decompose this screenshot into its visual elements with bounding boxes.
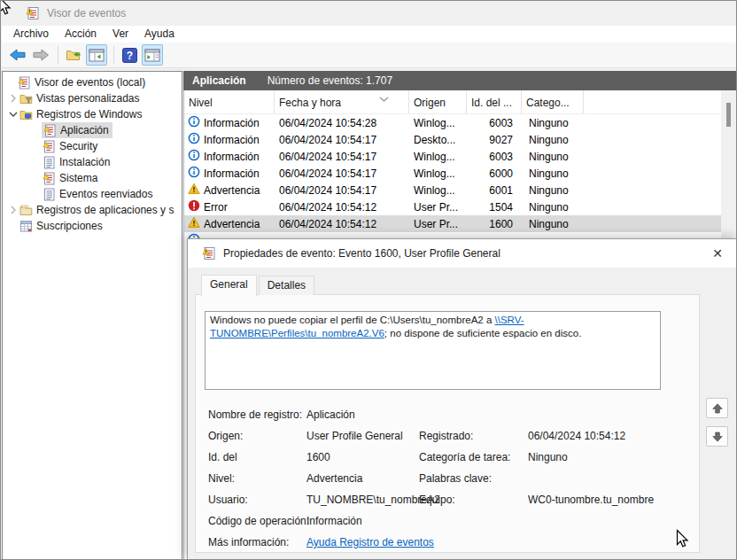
column-header-categoria[interactable]: Catego... (522, 90, 584, 113)
tree-item-vistas-personalizadas[interactable]: Vistas personalizadas (3, 90, 182, 106)
tree-item-sistema[interactable]: Sistema (3, 170, 182, 186)
log-name-value: Aplicación (306, 408, 355, 421)
info-icon (188, 166, 200, 181)
menu-archivo[interactable]: Archivo (5, 26, 57, 43)
column-header-fecha[interactable]: Fecha y hora (275, 90, 409, 113)
tree-item-instalacion[interactable]: Instalación (3, 154, 182, 170)
opcode-value: Información (306, 515, 362, 527)
computer-value: WC0-tunombre.tu_nombre (528, 494, 699, 506)
chevron-down-icon[interactable] (8, 109, 19, 120)
table-row[interactable]: Información 06/04/2024 10:54:17 Winlog..… (184, 148, 721, 165)
console-tree: Visor de eventos (local) Vistas personal… (2, 71, 182, 560)
more-info-label: Más información: (208, 536, 289, 548)
chevron-right-icon[interactable] (8, 93, 19, 104)
info-icon (188, 149, 200, 164)
warning-icon (188, 183, 200, 198)
task-category-label: Categoría de tarea: (419, 451, 510, 463)
logged-value: 06/04/2024 10:54:12 (528, 430, 699, 442)
tree-item-label: Sistema (59, 172, 97, 184)
subscriptions-icon (19, 219, 33, 233)
tree-item-label: Vistas personalizadas (36, 92, 140, 105)
back-button[interactable] (7, 44, 28, 66)
tree-item-label: Eventos reenviados (59, 188, 152, 200)
menu-accion[interactable]: Acción (57, 26, 105, 43)
column-header-origen[interactable]: Origen (409, 90, 467, 113)
event-description[interactable]: Windows no puede copiar el perfil de C:\… (205, 311, 661, 390)
app-services-folder-icon (19, 203, 33, 217)
keywords-label: Palabras clave: (419, 472, 492, 485)
tree-item-aplicacion[interactable]: Aplicación (3, 122, 182, 138)
tree-item-suscripciones[interactable]: Suscripciones (3, 218, 182, 234)
opcode-label: Código de operación: (208, 515, 309, 527)
dialog-title: Propiedades de evento: Evento 1600, User… (223, 239, 500, 268)
table-header: Nivel Fecha y hora Origen Id. del ... Ca… (184, 90, 737, 114)
close-icon[interactable] (710, 245, 725, 261)
info-icon (188, 115, 200, 130)
menu-ayuda[interactable]: Ayuda (136, 26, 182, 43)
application-log-icon (43, 123, 57, 137)
tree-item-label: Registros de aplicaciones y s (36, 204, 174, 216)
tab-detalles[interactable]: Detalles (259, 276, 314, 295)
tree-item-label: Aplicación (60, 124, 109, 136)
window-title: Visor de eventos (47, 1, 126, 26)
event-properties-icon (202, 246, 216, 264)
event-id-label: Id. del (208, 451, 237, 463)
tree-item-eventos-reenviados[interactable]: Eventos reenviados (3, 186, 182, 202)
forwarded-events-log-icon (42, 187, 56, 201)
scrollbar-thumb[interactable] (726, 103, 731, 127)
window-titlebar: Visor de eventos (1, 1, 736, 26)
source-label: Origen: (208, 430, 243, 442)
event-viewer-app-icon (26, 6, 40, 24)
tree-item-registros-de-windows[interactable]: Registros de Windows (3, 106, 182, 122)
tab-general[interactable]: General (201, 275, 257, 296)
tree-item-label: Suscripciones (36, 220, 103, 232)
error-icon (188, 199, 200, 214)
event-id-value: 1600 (306, 451, 330, 463)
show-action-pane-button[interactable] (142, 44, 163, 66)
logged-label: Registrado: (419, 430, 473, 442)
tree-item-label: Registros de Windows (36, 108, 142, 121)
dialog-tabs: General Detalles (201, 276, 314, 295)
toolbar: ? (2, 43, 736, 68)
selected-tree-item: Aplicación (42, 122, 112, 138)
source-value: User Profile General (306, 430, 403, 442)
level-label: Nivel: (208, 472, 235, 485)
event-log-help-link[interactable]: Ayuda Registro de eventos (306, 536, 434, 548)
log-name: Aplicación (192, 74, 246, 87)
show-console-tree-button[interactable] (86, 44, 107, 66)
sort-descending-icon (379, 92, 389, 105)
setup-log-icon (42, 155, 56, 169)
windows-logs-folder-icon (19, 107, 33, 121)
tree-item-security[interactable]: Security (3, 138, 182, 154)
next-event-button[interactable] (706, 426, 728, 447)
table-row[interactable]: Advertencia 06/04/2024 10:54:17 Winlog..… (184, 182, 721, 198)
previous-event-button[interactable] (706, 398, 728, 418)
tree-item-label: Security (59, 140, 97, 152)
info-icon (188, 132, 200, 147)
tree-item-root[interactable]: Visor de eventos (local) (3, 74, 182, 90)
event-count: Número de eventos: 1.707 (268, 74, 392, 87)
general-tab-page: Windows no puede copiar el perfil de C:\… (195, 294, 700, 553)
menu-ver[interactable]: Ver (105, 26, 136, 43)
dialog-titlebar: Propiedades de evento: Evento 1600, User… (188, 239, 737, 268)
level-value: Advertencia (306, 472, 362, 485)
forward-button[interactable] (30, 44, 51, 66)
column-header-id[interactable]: Id. del ... (467, 90, 522, 113)
table-row[interactable]: Información 06/04/2024 10:54:17 Winlog..… (184, 165, 721, 182)
custom-views-folder-icon (19, 91, 33, 105)
task-category-value: Ninguno (528, 451, 699, 463)
export-log-button[interactable] (63, 44, 84, 66)
svg-text:?: ? (126, 50, 132, 62)
computer-label: Equipo: (419, 494, 455, 506)
tree-item-registros-de-aplicaciones[interactable]: Registros de aplicaciones y s (3, 202, 182, 218)
user-label: Usuario: (208, 494, 248, 506)
table-row-selected[interactable]: Advertencia 06/04/2024 10:54:12 User Pr.… (184, 215, 721, 232)
chevron-right-icon[interactable] (8, 205, 19, 215)
table-row[interactable]: Error 06/04/2024 10:54:12 User Pr... 150… (184, 198, 721, 215)
column-header-nivel[interactable]: Nivel (184, 90, 275, 113)
menu-bar: Archivo Acción Ver Ayuda (2, 26, 736, 43)
table-row[interactable]: Información 06/04/2024 10:54:17 Deskto..… (184, 131, 721, 148)
table-row[interactable]: Información 06/04/2024 10:54:28 Winlog..… (184, 114, 721, 131)
log-header-bar: Aplicación Número de eventos: 1.707 (183, 71, 737, 90)
help-button[interactable]: ? (119, 44, 140, 66)
